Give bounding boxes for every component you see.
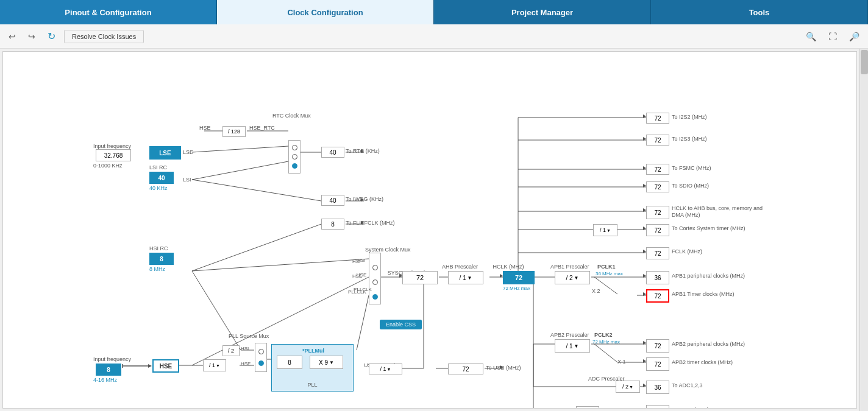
svg-line-2 xyxy=(192,146,288,152)
rtc-mux-body xyxy=(288,140,301,174)
to-fsmc-label: To FSMC (MHz) xyxy=(672,165,711,171)
apb2-prescaler-dropdown[interactable]: / 1 ▼ xyxy=(555,339,590,353)
apb2-prescaler-label: APB2 Prescaler xyxy=(550,332,589,338)
undo-button[interactable]: ↩ xyxy=(5,29,20,44)
cortex-value-box: 72 xyxy=(646,224,669,236)
to-rtc-label: To RTC (KHz) xyxy=(346,148,380,154)
apb1-prescaler-label: APB1 Prescaler xyxy=(550,264,589,270)
sys-mux-label: System Clock Mux xyxy=(365,247,411,253)
zoom-fit-button[interactable]: ⛶ xyxy=(825,29,841,44)
pll-label: PLL xyxy=(307,382,317,388)
hsi-rc-label: HSI RC xyxy=(149,245,168,251)
sys-hsi-label: HSI xyxy=(352,259,360,264)
svg-marker-72 xyxy=(148,364,152,368)
resolve-clock-button[interactable]: Resolve Clock Issues xyxy=(64,30,144,43)
hse-div1-dropdown[interactable]: / 1 ▼ xyxy=(203,359,226,371)
pll-source-mux-label: PLL Source Mux xyxy=(229,333,269,339)
rtc-mux-radio-2[interactable] xyxy=(292,154,297,160)
pll-box: *PLLMul 8 X 9 ▼ PLL xyxy=(271,344,354,392)
lsi-value-box: 40 xyxy=(149,172,174,184)
zoom-in-button[interactable]: 🔍 xyxy=(802,29,820,44)
lsi-rc-label: LSI RC xyxy=(149,164,167,170)
right-scrollbar[interactable] xyxy=(859,49,868,411)
pll-mux-radio-2-selected[interactable] xyxy=(258,360,264,366)
to-sdio-value-box: 38 xyxy=(646,405,669,409)
to-sdio2-value-box: 72 xyxy=(646,181,669,192)
pll-mul-label: *PLLMul xyxy=(302,348,324,354)
pclk2-max-label: 72 MHz max xyxy=(592,339,620,345)
to-flitfclk-label: To FLITFCLK (MHz) xyxy=(346,220,395,226)
hse-rtc-label: HSE_RTC xyxy=(249,125,275,131)
pll-x9-dropdown[interactable]: X 9 ▼ xyxy=(310,356,343,369)
svg-line-34 xyxy=(594,344,617,362)
lse-box: LSE xyxy=(149,146,181,160)
rtc-mux-radio-1[interactable] xyxy=(292,145,297,150)
lsi-line-label: LSI xyxy=(183,177,191,183)
x1-label: X 1 xyxy=(617,359,626,365)
sys-pllclk-label: PLLCLK xyxy=(348,289,366,295)
hclk-label: HCLK (MHz) xyxy=(491,264,526,270)
rtc-mux-radio-3-selected[interactable] xyxy=(292,163,297,169)
svg-line-8 xyxy=(192,224,321,271)
tab-tools[interactable]: Tools xyxy=(651,0,868,24)
input-freq-bot-box: 8 xyxy=(96,364,121,376)
to-usb-label: To USB (MHz) xyxy=(486,365,521,371)
pclk2-label: PCLK2 xyxy=(594,332,613,338)
apb1-prescaler-dropdown[interactable]: / 2 ▼ xyxy=(555,271,590,284)
to-i2s2-label: To I2S2 (MHz) xyxy=(672,114,707,120)
zoom-out-button[interactable]: 🔎 xyxy=(845,29,863,44)
fclk-value-box: 72 xyxy=(646,247,669,259)
hse-top-line-label: HSE xyxy=(199,125,211,131)
apb1-periph-label: APB1 peripheral clocks (MHz) xyxy=(672,273,745,279)
ahb-prescaler-dropdown[interactable]: / 1 ▼ xyxy=(448,271,483,284)
hclk-max-label: 72 MHz max xyxy=(503,286,530,291)
svg-line-12 xyxy=(357,295,369,350)
to-fsmc-value-box: 72 xyxy=(646,164,669,175)
pll-mux-radio-1[interactable] xyxy=(258,349,264,354)
redo-button[interactable]: ↪ xyxy=(24,29,39,44)
sys-mux-body: HSI HSE PLLCLK xyxy=(369,253,381,304)
to-adc-label: To ADC1,2,3 xyxy=(672,382,703,388)
to-iwdg-value-box: 40 xyxy=(321,195,344,206)
x2-label: X 2 xyxy=(592,288,600,294)
input-freq-top-box: 32.768 xyxy=(96,149,131,161)
apb2-periph-value-box: 72 xyxy=(646,339,669,353)
lsi-subval: 40 KHz xyxy=(149,185,168,191)
sys-hse-label: HSE xyxy=(352,273,362,279)
pll-hse-label: HSE xyxy=(241,361,251,367)
enable-css-button[interactable]: Enable CSS xyxy=(380,320,422,329)
to-rtc-value-box: 40 xyxy=(321,147,344,158)
adc-prescaler-dropdown[interactable]: / 2 ▼ xyxy=(616,381,640,393)
to-sdio-label: To SDIO (MHz) xyxy=(672,407,709,409)
refresh-button[interactable]: ↻ xyxy=(44,28,59,44)
usb-prescaler-dropdown[interactable]: / 1 ▼ xyxy=(369,364,402,374)
pll-source-mux-body xyxy=(255,343,267,372)
tab-pinout[interactable]: Pinout & Configuration xyxy=(0,0,217,24)
svg-line-6 xyxy=(192,180,321,201)
sysclk-value-box: 72 xyxy=(402,271,438,284)
to-i2s2-value-box: 72 xyxy=(646,113,669,124)
hclk-value-box: 72 xyxy=(503,271,535,284)
to-i2s3-label: To I2S3 (MHz) xyxy=(672,136,707,142)
input-freq-bot-range: 4-16 MHz xyxy=(93,377,117,383)
clock-diagram: Input frequency 32.768 0-1000 KHz LSE LS… xyxy=(3,52,856,408)
to-i2s3-value-box: 72 xyxy=(646,135,669,146)
input-freq-bot-label: Input frequency xyxy=(93,356,131,362)
rtc-mux-label: RTC Clock Mux xyxy=(272,113,311,119)
apb1-timer-label: APB1 Timer clocks (MHz) xyxy=(672,291,735,297)
tab-project[interactable]: Project Manager xyxy=(434,0,651,24)
svg-line-3 xyxy=(192,161,288,180)
cortex-label: To Cortex System timer (MHz) xyxy=(672,225,745,231)
diagram-container: Input frequency 32.768 0-1000 KHz LSE LS… xyxy=(2,51,857,409)
sys-mux-radio-3-selected[interactable] xyxy=(372,294,378,300)
cortex-div-dropdown[interactable]: / 1 ▼ xyxy=(593,224,617,236)
hsi-subval: 8 MHz xyxy=(149,266,165,272)
sys-mux-radio-2[interactable] xyxy=(372,279,378,285)
apb1-periph-value-box: 36 xyxy=(646,271,669,284)
tab-clock[interactable]: Clock Configuration xyxy=(217,0,434,24)
ahb-prescaler-label: AHB Prescaler xyxy=(442,264,478,270)
apb2-timer-value-box: 72 xyxy=(646,357,669,371)
apb2-timer-label: APB2 timer clocks (MHz) xyxy=(672,359,733,365)
to-adc-value-box: 36 xyxy=(646,381,669,394)
sys-mux-radio-1[interactable] xyxy=(372,265,378,270)
